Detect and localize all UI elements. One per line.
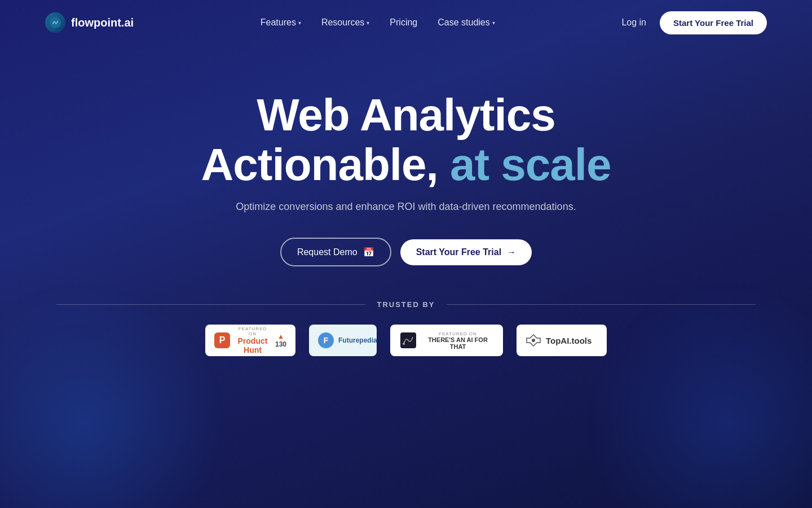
nav-pricing[interactable]: Pricing <box>390 17 417 28</box>
topai-text: TopAI.tools <box>546 336 592 345</box>
product-hunt-text: FEATURED ON Product Hunt <box>235 326 271 354</box>
hero-section: Web Analytics Actionable, at scale Optim… <box>0 45 812 356</box>
trusted-section: TRUSTED BY P FEATURED ON Product Hunt ▲ … <box>0 300 812 356</box>
ph-arrow-icon: ▲ <box>277 332 284 340</box>
futurepedia-badge[interactable]: F Futurepedia <box>309 325 377 356</box>
hero-subtitle: Optimize conversions and enhance ROI wit… <box>236 201 576 213</box>
theres-an-ai-text: FEATURED ON THERE'S AN AI FOR THAT <box>422 331 494 350</box>
demo-button[interactable]: Request Demo 📅 <box>280 238 391 266</box>
svg-point-3 <box>532 339 535 342</box>
ai-featured-label: FEATURED ON <box>422 331 494 336</box>
divider-line-right <box>447 304 756 305</box>
product-hunt-badge[interactable]: P FEATURED ON Product Hunt ▲ 130 <box>205 325 295 356</box>
nav-right: Log in Start Your Free Trial <box>621 11 767 34</box>
theres-an-ai-badge[interactable]: FEATURED ON THERE'S AN AI FOR THAT <box>390 325 503 356</box>
logo[interactable]: flowpoint.ai <box>45 12 134 33</box>
navbar: flowpoint.ai Features ▾ Resources ▾ Pric… <box>0 0 812 45</box>
chevron-down-icon: ▾ <box>367 20 369 26</box>
ai-name: THERE'S AN AI FOR THAT <box>422 336 494 350</box>
calendar-icon: 📅 <box>363 247 374 257</box>
ph-number: 130 <box>275 340 286 348</box>
ph-name: Product Hunt <box>235 336 271 354</box>
theres-an-ai-icon <box>399 331 417 349</box>
ph-score: ▲ 130 <box>275 332 286 348</box>
nav-features[interactable]: Features ▾ <box>261 17 301 28</box>
hero-title-scale: at scale <box>450 139 611 190</box>
futurepedia-icon: F <box>318 332 334 348</box>
nav-case-studies[interactable]: Case studies ▾ <box>438 17 495 28</box>
chevron-down-icon: ▾ <box>298 20 301 26</box>
hero-title-line1: Web Analytics <box>257 90 555 140</box>
hero-trial-button[interactable]: Start Your Free Trial → <box>400 239 532 265</box>
trusted-divider: TRUSTED BY <box>56 300 756 309</box>
nav-links: Features ▾ Resources ▾ Pricing Case stud… <box>261 17 495 28</box>
ph-featured-label: FEATURED ON <box>235 326 271 336</box>
hero-title-actionable: Actionable, <box>201 139 450 190</box>
topai-icon <box>526 332 541 348</box>
login-link[interactable]: Log in <box>621 17 646 28</box>
topai-badge[interactable]: TopAI.tools <box>517 325 607 356</box>
chevron-down-icon: ▾ <box>492 20 495 26</box>
divider-line-left <box>56 304 365 305</box>
svg-point-2 <box>403 343 405 345</box>
nav-trial-button[interactable]: Start Your Free Trial <box>660 11 767 34</box>
logo-icon <box>45 12 65 33</box>
product-hunt-icon: P <box>214 332 230 348</box>
hero-title-line2: Actionable, at scale <box>201 140 611 190</box>
arrow-right-icon: → <box>507 247 516 257</box>
trusted-label: TRUSTED BY <box>377 300 435 309</box>
hero-buttons: Request Demo 📅 Start Your Free Trial → <box>280 238 532 266</box>
futurepedia-text: Futurepedia <box>338 336 377 344</box>
logo-text: flowpoint.ai <box>71 16 134 29</box>
trusted-logos: P FEATURED ON Product Hunt ▲ 130 F Futur… <box>56 325 756 356</box>
nav-resources[interactable]: Resources ▾ <box>321 17 369 28</box>
